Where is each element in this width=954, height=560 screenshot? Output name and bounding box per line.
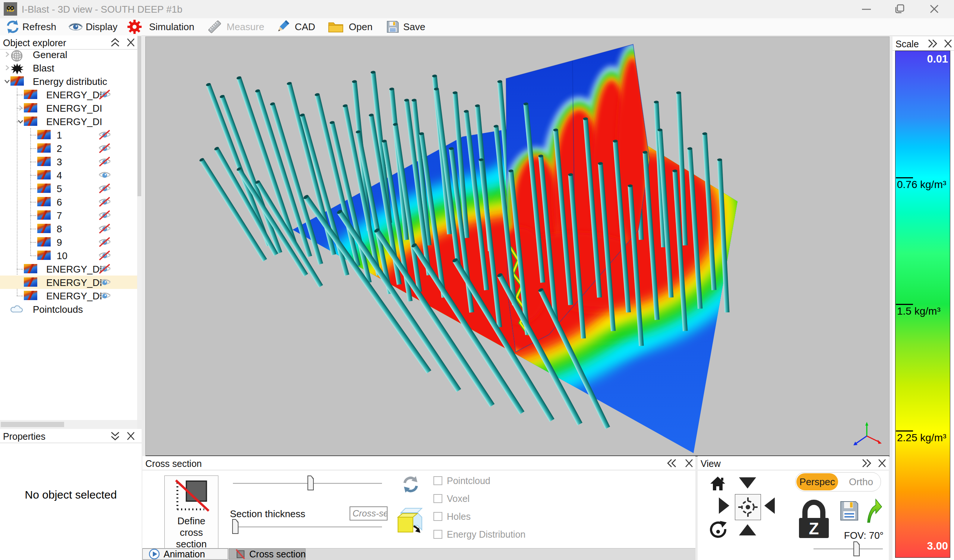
3d-viewport[interactable]	[145, 36, 890, 456]
thickness-slider-thumb[interactable]	[232, 519, 238, 534]
tree-row-8[interactable]: 8	[0, 222, 137, 235]
rotate-view-button[interactable]	[707, 520, 728, 542]
tree-item-label: ENERGY_DI	[46, 103, 102, 114]
close-panel-icon[interactable]	[125, 37, 136, 48]
properties-header: Properties	[0, 429, 142, 443]
eye-hidden-icon[interactable]	[98, 130, 112, 140]
tree-row-general[interactable]: General	[0, 48, 137, 61]
heatmap-icon	[24, 117, 37, 126]
perspective-toggle-button[interactable]: Perspec	[797, 473, 838, 490]
expand-right-icon[interactable]	[861, 458, 872, 468]
eye-hidden-icon[interactable]	[98, 157, 112, 167]
close-button[interactable]	[921, 0, 947, 18]
tree-row-1[interactable]: 1	[0, 128, 137, 142]
toolbar-item-save[interactable]: Save	[386, 18, 425, 35]
tree-row-energy-di[interactable]: ENERGY_DI	[0, 275, 137, 289]
pan-left-button[interactable]	[764, 497, 775, 516]
tree-row-energy-distributic[interactable]: Energy distributic	[0, 75, 137, 88]
tree-row-10[interactable]: 10	[0, 249, 137, 262]
tree-item-label: 1	[57, 129, 62, 141]
tree-row-6[interactable]: 6	[0, 195, 137, 208]
tree-row-energy-di[interactable]: ENERGY_DI	[0, 262, 137, 275]
tree-row-5[interactable]: 5	[0, 182, 137, 195]
chevron-down-icon[interactable]	[17, 118, 24, 125]
fov-slider-thumb[interactable]	[853, 541, 860, 556]
tree-item-label: 9	[57, 237, 62, 248]
voxel-icon[interactable]	[394, 507, 424, 537]
green-arrow-icon	[865, 498, 882, 524]
chevron-right-icon[interactable]	[4, 64, 11, 71]
heatmap-icon	[24, 277, 37, 287]
tree-row-blast[interactable]: Blast	[0, 61, 137, 75]
up-arrow-button[interactable]	[865, 498, 882, 525]
tree-row-7[interactable]: 7	[0, 208, 137, 222]
eye-hidden-icon[interactable]	[98, 250, 112, 261]
checkbox-pointcloud[interactable]	[433, 476, 442, 485]
eye-visible-icon[interactable]	[98, 170, 112, 180]
expand-panel-icon[interactable]	[109, 431, 121, 441]
save-view-button[interactable]	[839, 500, 859, 523]
explorer-scrollbar-thumb[interactable]	[137, 36, 141, 196]
tab-animation[interactable]: Animation	[142, 548, 228, 560]
tree-row-energy-di[interactable]: ENERGY_DI	[0, 88, 137, 101]
checkbox-voxel[interactable]	[433, 494, 442, 503]
checkbox-energy-distribution[interactable]	[433, 530, 442, 539]
toolbar-item-display[interactable]: Display	[68, 18, 117, 35]
eye-hidden-icon[interactable]	[98, 184, 112, 194]
eye-hidden-icon[interactable]	[98, 237, 112, 247]
pan-right-button[interactable]	[719, 497, 730, 516]
heatmap-icon	[11, 76, 24, 86]
tree-item-label: 8	[57, 223, 62, 235]
pan-down-button[interactable]	[739, 477, 756, 490]
tree-row-4[interactable]: 4	[0, 168, 137, 182]
close-panel-icon[interactable]	[876, 458, 888, 468]
chevron-right-icon[interactable]	[4, 51, 11, 58]
center-view-button[interactable]	[735, 494, 761, 520]
toolbar-item-cad[interactable]: CAD	[276, 18, 315, 35]
tree-item-label: Blast	[33, 62, 55, 74]
eye-visible-icon[interactable]	[98, 277, 112, 288]
eye-hidden-icon[interactable]	[98, 143, 112, 153]
eye-hidden-icon[interactable]	[98, 210, 112, 221]
eye-hidden-icon[interactable]	[98, 90, 112, 100]
eye-hidden-icon[interactable]	[98, 197, 112, 207]
expand-right-icon[interactable]	[927, 38, 938, 49]
checkbox-holes[interactable]	[433, 512, 442, 521]
tree-row-energy-di[interactable]: ENERGY_DI	[0, 101, 137, 115]
tree-row-energy-di[interactable]: ENERGY_DI	[0, 289, 137, 302]
close-panel-icon[interactable]	[942, 38, 954, 49]
tree-row-energy-di[interactable]: ENERGY_DI	[0, 115, 137, 128]
tree-item-label: ENERGY_DI	[46, 291, 102, 302]
z-lock-button[interactable]: Z	[797, 498, 831, 541]
checkbox-row-holes: Holes	[433, 512, 471, 521]
fov-slider[interactable]	[814, 548, 883, 549]
tab-cross-section[interactable]: Cross section	[229, 548, 306, 560]
refresh-cross-section-icon[interactable]	[401, 474, 420, 495]
collapse-left-icon[interactable]	[666, 458, 677, 468]
tree-row-pointclouds[interactable]: Pointclouds	[0, 302, 137, 316]
pan-up-button[interactable]	[739, 524, 756, 537]
eye-hidden-icon[interactable]	[98, 224, 112, 234]
home-view-button[interactable]	[709, 475, 727, 493]
restore-button[interactable]	[887, 0, 913, 18]
collapse-panel-icon[interactable]	[109, 37, 121, 48]
minimize-button[interactable]	[853, 0, 879, 18]
eye-hidden-icon[interactable]	[98, 264, 112, 274]
chevron-right-icon[interactable]	[17, 105, 24, 111]
cross-position-slider-thumb[interactable]	[307, 476, 314, 490]
tree-row-9[interactable]: 9	[0, 235, 137, 249]
toolbar-item-refresh[interactable]: Refresh	[5, 18, 56, 35]
close-panel-icon[interactable]	[125, 431, 136, 441]
define-cross-section-button[interactable]: Define cross section	[164, 476, 218, 549]
eye-visible-icon[interactable]	[98, 291, 112, 301]
toolbar-item-open[interactable]: Open	[328, 18, 373, 35]
ortho-toggle-button[interactable]: Ortho	[843, 473, 879, 490]
explorer-hscrollbar-thumb[interactable]	[1, 422, 64, 427]
cross-section-name-input[interactable]	[349, 506, 388, 521]
chevron-down-icon[interactable]	[4, 78, 11, 84]
tree-row-3[interactable]: 3	[0, 155, 137, 168]
close-panel-icon[interactable]	[683, 458, 695, 468]
thickness-slider[interactable]	[233, 526, 382, 527]
tree-row-2[interactable]: 2	[0, 142, 137, 155]
toolbar-item-simulation[interactable]: Simulation	[127, 18, 194, 35]
